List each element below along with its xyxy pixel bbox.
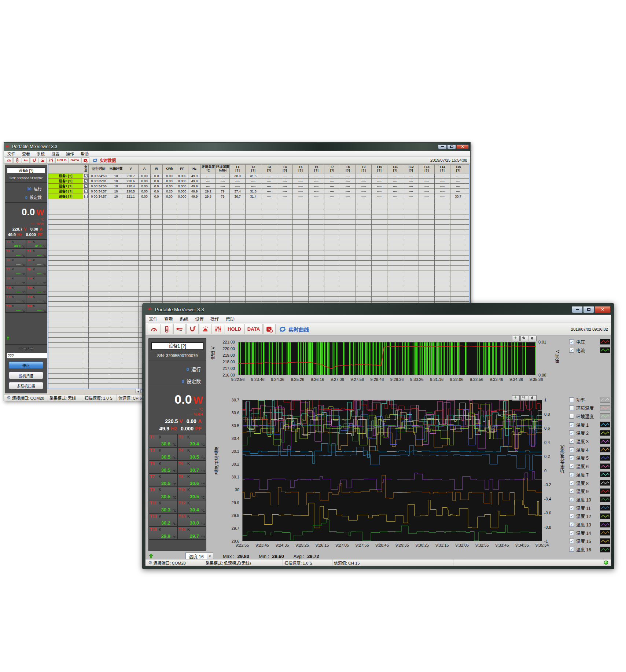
table-row[interactable]: 设备5 [?]✓0 00:34:5910220.70.000.00.000.00…	[48, 173, 470, 179]
zoom-tool-button[interactable]	[520, 395, 528, 401]
legend-checkbox[interactable]	[569, 405, 574, 410]
close-button[interactable]: ✕	[456, 144, 469, 149]
column-header[interactable]: Hz	[188, 165, 201, 173]
row-checkbox[interactable]: ✓	[84, 195, 88, 198]
magnet-button[interactable]	[186, 324, 199, 334]
legend-checkbox[interactable]: ✓	[569, 472, 574, 477]
minimize-button[interactable]	[438, 144, 447, 149]
front-titlebar[interactable]: Portable MixViewer 3.3 ✕	[145, 303, 611, 315]
hand-tool-button[interactable]	[529, 336, 537, 341]
header-select-all[interactable]: 全 选	[83, 165, 89, 173]
device-name-box[interactable]: 设备1 [?]	[151, 342, 203, 350]
voltage-current-chart[interactable]	[238, 342, 536, 375]
hold-button[interactable]: HOLD	[225, 324, 244, 334]
row-checkbox[interactable]: ✓	[84, 179, 88, 183]
column-header[interactable]: T8 [?]	[340, 165, 356, 173]
legend-checkbox[interactable]: ✓	[569, 539, 574, 543]
menu-item[interactable]: 帮助	[77, 151, 92, 157]
channel-selector[interactable]: 温度 16 ▼	[185, 552, 213, 560]
device-name-cell[interactable]: 设备9 [?]	[48, 194, 83, 199]
legend-checkbox[interactable]: ✓	[569, 514, 574, 518]
column-header[interactable]: W	[151, 165, 163, 173]
menu-item[interactable]: 系统	[176, 316, 192, 322]
legend-checkbox[interactable]: ✓	[569, 464, 574, 469]
crosshair-tool-button[interactable]	[512, 336, 520, 341]
menu-item[interactable]: 查看	[19, 151, 33, 157]
legend-checkbox[interactable]: ✓	[569, 497, 574, 502]
menu-item[interactable]: 文件	[146, 316, 161, 322]
table-row[interactable]: 设备6 [?]✓0 00:35:0110220.60.000.00.000.00…	[48, 179, 470, 184]
maximize-button[interactable]	[583, 306, 594, 313]
column-header[interactable]: T15 [?]	[450, 165, 466, 173]
menu-item[interactable]: 操作	[207, 316, 222, 322]
legend-checkbox[interactable]: ✓	[569, 339, 574, 344]
column-header[interactable]: T14 [?]	[435, 165, 450, 173]
column-header[interactable]: T16 [?]	[466, 165, 470, 173]
hold-button[interactable]: HOLD	[55, 157, 69, 164]
menu-item[interactable]: 设置	[192, 316, 207, 322]
column-header[interactable]: T9 [?]	[356, 165, 372, 173]
column-header[interactable]: A	[139, 165, 151, 173]
hand-tool-button[interactable]	[529, 395, 537, 401]
column-header[interactable]: 环境湿度 %RH	[216, 165, 230, 173]
column-header[interactable]: T5 [?]	[293, 165, 309, 173]
menu-item[interactable]: 查看	[161, 316, 176, 322]
table-row[interactable]: 设备7 [?]✓0 00:34:5610220.40.000.00.000.00…	[48, 184, 470, 189]
column-header[interactable]: T2 [?]	[246, 165, 261, 173]
data-button[interactable]: DATA	[69, 157, 81, 164]
test-number-input[interactable]	[7, 353, 47, 359]
legend-checkbox[interactable]: ✓	[569, 489, 574, 493]
legend-checkbox[interactable]: ✓	[569, 422, 574, 427]
thermometer-button[interactable]	[173, 324, 186, 334]
device-name-box[interactable]: 设备5 [?]	[7, 168, 45, 174]
menu-item[interactable]: 帮助	[222, 316, 238, 322]
device-name-cell[interactable]: 设备6 [?]	[48, 179, 83, 184]
sliders-button[interactable]	[47, 157, 55, 164]
column-header[interactable]: T6 [?]	[309, 165, 324, 173]
column-header[interactable]: 运行时间	[89, 165, 109, 173]
column-header[interactable]: T10 [?]	[372, 165, 387, 173]
refresh-icon[interactable]	[278, 325, 287, 334]
legend-checkbox[interactable]	[569, 397, 574, 402]
row-checkbox-cell[interactable]: ✓	[83, 189, 89, 194]
table-row[interactable]: 设备9 [?]✓0 00:34:5710221.10.000.00.000.00…	[48, 194, 470, 199]
column-header[interactable]: T13 [?]	[419, 165, 435, 173]
gauge-button[interactable]	[148, 324, 160, 334]
magnet-button[interactable]	[30, 157, 38, 164]
legend-checkbox[interactable]: ✓	[569, 481, 574, 485]
row-checkbox[interactable]: ✓	[84, 184, 88, 188]
export-button[interactable]	[263, 324, 276, 334]
multi-scan-button[interactable]: 多联机扫描	[9, 382, 43, 389]
row-checkbox-cell[interactable]: ✓	[83, 194, 89, 199]
offline-scan-button[interactable]: 脱机扫描	[9, 372, 43, 379]
siren-button[interactable]	[199, 324, 211, 334]
sliders-button[interactable]	[212, 324, 224, 334]
siren-button[interactable]	[38, 157, 47, 164]
chevron-down-icon[interactable]: ▼	[207, 553, 213, 559]
hourglass-button[interactable]	[161, 324, 173, 334]
column-header[interactable]: 环境温度 °C	[201, 165, 216, 173]
column-header[interactable]: KWh	[163, 165, 176, 173]
maximize-button[interactable]	[447, 144, 456, 149]
column-header[interactable]: T1 [?]	[230, 165, 246, 173]
scroll-left-arrow-icon[interactable]: ◀	[136, 389, 141, 393]
menu-item[interactable]: 操作	[63, 151, 77, 157]
column-header[interactable]: PF	[176, 165, 188, 173]
device-name-cell[interactable]: 设备5 [?]	[48, 173, 83, 179]
legend-checkbox[interactable]: ✓	[569, 530, 574, 535]
column-header[interactable]: 已循环数	[109, 165, 123, 173]
row-checkbox-cell[interactable]: ✓	[83, 173, 89, 179]
column-header[interactable]: T3 [?]	[261, 165, 277, 173]
legend-checkbox[interactable]: ✓	[569, 506, 574, 510]
legend-checkbox[interactable]: ✓	[569, 455, 574, 460]
column-header[interactable]: V	[123, 165, 139, 173]
row-checkbox[interactable]: ✓	[84, 190, 88, 193]
menu-item[interactable]: 系统	[33, 151, 48, 157]
hourglass-button[interactable]	[13, 157, 21, 164]
export-button[interactable]	[81, 157, 89, 164]
gauge-button[interactable]	[5, 157, 13, 164]
column-header[interactable]: T12 [?]	[403, 165, 419, 173]
data-button[interactable]: DATA	[244, 324, 263, 334]
minimize-button[interactable]	[572, 306, 583, 313]
column-header[interactable]: T4 [?]	[277, 165, 293, 173]
